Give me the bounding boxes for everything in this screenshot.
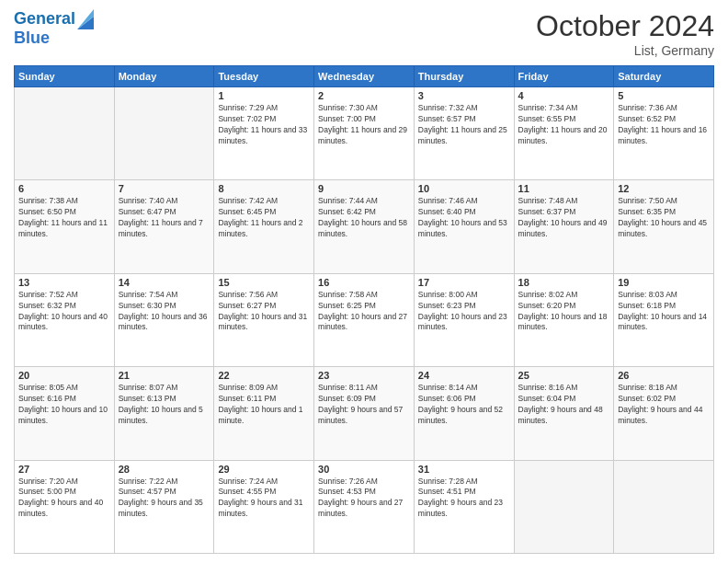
weekday-header-monday: Monday xyxy=(114,66,214,87)
day-number: 29 xyxy=(218,464,310,475)
calendar-cell: 7Sunrise: 7:40 AM Sunset: 6:47 PM Daylig… xyxy=(114,180,214,273)
calendar-cell: 18Sunrise: 8:02 AM Sunset: 6:20 PM Dayli… xyxy=(514,273,614,366)
day-number: 6 xyxy=(18,183,110,194)
day-info: Sunrise: 7:32 AM Sunset: 6:57 PM Dayligh… xyxy=(418,103,510,147)
day-info: Sunrise: 8:09 AM Sunset: 6:11 PM Dayligh… xyxy=(218,383,310,427)
calendar-cell: 6Sunrise: 7:38 AM Sunset: 6:50 PM Daylig… xyxy=(15,180,115,273)
calendar-cell xyxy=(114,87,214,180)
day-number: 15 xyxy=(218,277,310,288)
calendar-cell: 22Sunrise: 8:09 AM Sunset: 6:11 PM Dayli… xyxy=(214,367,314,460)
location-subtitle: List, Germany xyxy=(536,43,714,58)
day-info: Sunrise: 7:44 AM Sunset: 6:42 PM Dayligh… xyxy=(318,196,410,240)
calendar-cell: 15Sunrise: 7:56 AM Sunset: 6:27 PM Dayli… xyxy=(214,273,314,366)
calendar-table: SundayMondayTuesdayWednesdayThursdayFrid… xyxy=(14,65,714,554)
day-info: Sunrise: 7:30 AM Sunset: 7:00 PM Dayligh… xyxy=(318,103,410,147)
calendar-week-4: 20Sunrise: 8:05 AM Sunset: 6:16 PM Dayli… xyxy=(15,367,714,460)
weekday-header-tuesday: Tuesday xyxy=(214,66,314,87)
calendar-cell: 28Sunrise: 7:22 AM Sunset: 4:57 PM Dayli… xyxy=(114,460,214,553)
day-number: 9 xyxy=(318,183,410,194)
day-info: Sunrise: 7:52 AM Sunset: 6:32 PM Dayligh… xyxy=(18,290,110,334)
day-number: 18 xyxy=(518,277,610,288)
calendar-cell: 21Sunrise: 8:07 AM Sunset: 6:13 PM Dayli… xyxy=(114,367,214,460)
calendar-week-2: 6Sunrise: 7:38 AM Sunset: 6:50 PM Daylig… xyxy=(15,180,714,273)
day-number: 22 xyxy=(218,370,310,381)
day-info: Sunrise: 7:26 AM Sunset: 4:53 PM Dayligh… xyxy=(318,477,410,521)
calendar-cell: 13Sunrise: 7:52 AM Sunset: 6:32 PM Dayli… xyxy=(15,273,115,366)
logo-text-line1: General xyxy=(14,10,75,29)
day-info: Sunrise: 7:54 AM Sunset: 6:30 PM Dayligh… xyxy=(119,290,210,334)
calendar-week-3: 13Sunrise: 7:52 AM Sunset: 6:32 PM Dayli… xyxy=(15,273,714,366)
page: General Blue October 2024 List, Germany … xyxy=(0,0,728,563)
day-number: 25 xyxy=(518,370,610,381)
weekday-header-wednesday: Wednesday xyxy=(314,66,415,87)
day-number: 2 xyxy=(318,90,410,101)
day-info: Sunrise: 8:00 AM Sunset: 6:23 PM Dayligh… xyxy=(418,290,510,334)
day-number: 4 xyxy=(518,90,610,101)
calendar-cell xyxy=(614,460,714,553)
day-info: Sunrise: 7:38 AM Sunset: 6:50 PM Dayligh… xyxy=(18,196,110,240)
month-title: October 2024 xyxy=(536,9,714,43)
calendar-cell: 9Sunrise: 7:44 AM Sunset: 6:42 PM Daylig… xyxy=(314,180,415,273)
weekday-header-thursday: Thursday xyxy=(414,66,514,87)
day-info: Sunrise: 7:34 AM Sunset: 6:55 PM Dayligh… xyxy=(518,103,610,147)
calendar-cell xyxy=(514,460,614,553)
calendar-cell: 30Sunrise: 7:26 AM Sunset: 4:53 PM Dayli… xyxy=(314,460,415,553)
calendar-cell: 31Sunrise: 7:28 AM Sunset: 4:51 PM Dayli… xyxy=(414,460,514,553)
calendar-cell: 14Sunrise: 7:54 AM Sunset: 6:30 PM Dayli… xyxy=(114,273,214,366)
calendar-cell: 25Sunrise: 8:16 AM Sunset: 6:04 PM Dayli… xyxy=(514,367,614,460)
calendar-cell: 3Sunrise: 7:32 AM Sunset: 6:57 PM Daylig… xyxy=(414,87,514,180)
day-info: Sunrise: 7:36 AM Sunset: 6:52 PM Dayligh… xyxy=(618,103,710,147)
day-info: Sunrise: 8:05 AM Sunset: 6:16 PM Dayligh… xyxy=(18,383,110,427)
calendar-week-5: 27Sunrise: 7:20 AM Sunset: 5:00 PM Dayli… xyxy=(15,460,714,553)
calendar-cell: 16Sunrise: 7:58 AM Sunset: 6:25 PM Dayli… xyxy=(314,273,415,366)
day-number: 1 xyxy=(218,90,310,101)
day-info: Sunrise: 8:16 AM Sunset: 6:04 PM Dayligh… xyxy=(518,383,610,427)
calendar-cell: 23Sunrise: 8:11 AM Sunset: 6:09 PM Dayli… xyxy=(314,367,415,460)
day-number: 13 xyxy=(18,277,110,288)
day-number: 30 xyxy=(318,464,410,475)
logo-text-line2: Blue xyxy=(14,29,94,48)
calendar-cell: 26Sunrise: 8:18 AM Sunset: 6:02 PM Dayli… xyxy=(614,367,714,460)
calendar-cell: 11Sunrise: 7:48 AM Sunset: 6:37 PM Dayli… xyxy=(514,180,614,273)
day-number: 23 xyxy=(318,370,410,381)
day-info: Sunrise: 7:50 AM Sunset: 6:35 PM Dayligh… xyxy=(618,196,710,240)
day-number: 14 xyxy=(119,277,210,288)
day-info: Sunrise: 7:40 AM Sunset: 6:47 PM Dayligh… xyxy=(119,196,210,240)
calendar-cell: 27Sunrise: 7:20 AM Sunset: 5:00 PM Dayli… xyxy=(15,460,115,553)
calendar-cell: 2Sunrise: 7:30 AM Sunset: 7:00 PM Daylig… xyxy=(314,87,415,180)
day-number: 17 xyxy=(418,277,510,288)
day-number: 16 xyxy=(318,277,410,288)
day-info: Sunrise: 7:22 AM Sunset: 4:57 PM Dayligh… xyxy=(119,477,210,521)
weekday-header-friday: Friday xyxy=(514,66,614,87)
logo-icon xyxy=(77,9,94,29)
day-number: 10 xyxy=(418,183,510,194)
calendar-cell: 19Sunrise: 8:03 AM Sunset: 6:18 PM Dayli… xyxy=(614,273,714,366)
title-area: October 2024 List, Germany xyxy=(536,9,714,58)
calendar-cell: 1Sunrise: 7:29 AM Sunset: 7:02 PM Daylig… xyxy=(214,87,314,180)
day-number: 3 xyxy=(418,90,510,101)
weekday-header-sunday: Sunday xyxy=(15,66,115,87)
day-info: Sunrise: 8:03 AM Sunset: 6:18 PM Dayligh… xyxy=(618,290,710,334)
day-info: Sunrise: 7:24 AM Sunset: 4:55 PM Dayligh… xyxy=(218,477,310,521)
day-info: Sunrise: 8:02 AM Sunset: 6:20 PM Dayligh… xyxy=(518,290,610,334)
day-info: Sunrise: 7:48 AM Sunset: 6:37 PM Dayligh… xyxy=(518,196,610,240)
day-number: 24 xyxy=(418,370,510,381)
calendar-cell: 24Sunrise: 8:14 AM Sunset: 6:06 PM Dayli… xyxy=(414,367,514,460)
calendar-cell: 17Sunrise: 8:00 AM Sunset: 6:23 PM Dayli… xyxy=(414,273,514,366)
day-number: 21 xyxy=(119,370,210,381)
calendar-cell: 8Sunrise: 7:42 AM Sunset: 6:45 PM Daylig… xyxy=(214,180,314,273)
calendar-cell: 20Sunrise: 8:05 AM Sunset: 6:16 PM Dayli… xyxy=(15,367,115,460)
day-number: 7 xyxy=(119,183,210,194)
day-info: Sunrise: 7:20 AM Sunset: 5:00 PM Dayligh… xyxy=(18,477,110,521)
calendar-cell: 10Sunrise: 7:46 AM Sunset: 6:40 PM Dayli… xyxy=(414,180,514,273)
day-info: Sunrise: 8:11 AM Sunset: 6:09 PM Dayligh… xyxy=(318,383,410,427)
calendar-cell xyxy=(15,87,115,180)
day-number: 5 xyxy=(618,90,710,101)
day-info: Sunrise: 8:18 AM Sunset: 6:02 PM Dayligh… xyxy=(618,383,710,427)
day-number: 27 xyxy=(18,464,110,475)
day-info: Sunrise: 8:14 AM Sunset: 6:06 PM Dayligh… xyxy=(418,383,510,427)
calendar-cell: 12Sunrise: 7:50 AM Sunset: 6:35 PM Dayli… xyxy=(614,180,714,273)
day-number: 12 xyxy=(618,183,710,194)
day-number: 26 xyxy=(618,370,710,381)
day-info: Sunrise: 7:56 AM Sunset: 6:27 PM Dayligh… xyxy=(218,290,310,334)
